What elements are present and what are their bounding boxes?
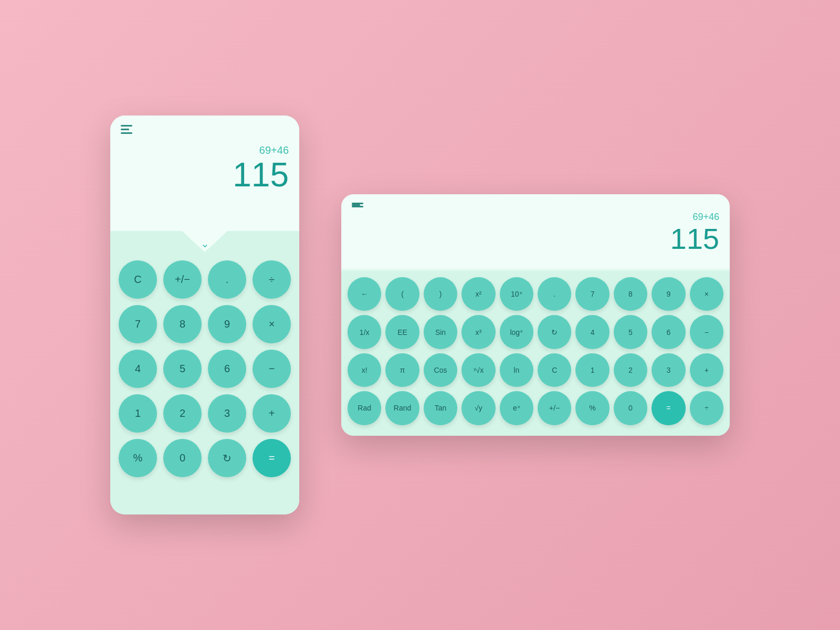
btn-plus-minus[interactable]: +/− — [163, 260, 202, 299]
landscape-btn-0[interactable]: 0 — [614, 391, 647, 425]
landscape-btn-percent[interactable]: % — [575, 391, 609, 425]
landscape-btn-xcubed[interactable]: x³ — [461, 315, 495, 349]
landscape-btn-xsq[interactable]: x² — [461, 277, 495, 311]
landscape-btn-sqrty[interactable]: √y — [461, 391, 495, 425]
landscape-display-area: 69+46 115 — [341, 194, 730, 268]
landscape-btn-8[interactable]: 8 — [614, 277, 647, 311]
chevron-down-icon: ⌄ — [201, 237, 209, 250]
landscape-btn-equals[interactable]: = — [652, 391, 685, 425]
landscape-wave-bg — [341, 268, 730, 272]
portrait-display-area: 69+46 115 — [110, 116, 299, 231]
btn-clear[interactable]: C — [119, 260, 157, 299]
btn-add[interactable]: + — [253, 394, 291, 433]
landscape-btn-subtract[interactable]: − — [690, 315, 723, 349]
portrait-result: 115 — [121, 156, 289, 193]
landscape-result: 115 — [352, 223, 719, 255]
landscape-btn-factorial[interactable]: x! — [348, 353, 381, 387]
landscape-btn-plusminus[interactable]: +/− — [538, 391, 571, 425]
landscape-btn-logx[interactable]: logˣ — [500, 315, 533, 349]
btn-8[interactable]: 8 — [163, 305, 202, 343]
btn-equals[interactable]: = — [253, 439, 291, 477]
landscape-btn-clear[interactable]: C — [538, 353, 571, 387]
landscape-btn-1[interactable]: 1 — [575, 353, 609, 387]
btn-dot[interactable]: . — [208, 260, 246, 299]
landscape-btn-rad[interactable]: Rad — [348, 391, 381, 425]
landscape-btn-multiply[interactable]: × — [690, 277, 723, 311]
btn-2[interactable]: 2 — [163, 394, 202, 433]
landscape-btn-2[interactable]: 2 — [614, 353, 647, 387]
landscape-btn-add[interactable]: + — [690, 353, 723, 387]
btn-0[interactable]: 0 — [163, 439, 202, 477]
landscape-btn-rparen[interactable]: ) — [424, 277, 457, 311]
btn-divide[interactable]: ÷ — [253, 260, 291, 299]
landscape-btn-cos[interactable]: Cos — [424, 353, 457, 387]
landscape-btn-back[interactable]: ← — [348, 277, 381, 311]
portrait-menu-icon[interactable] — [121, 125, 133, 134]
landscape-btn-rand[interactable]: Rand — [385, 391, 419, 425]
landscape-btn-refresh[interactable]: ↻ — [538, 315, 571, 349]
landscape-btn-10x[interactable]: 10ˣ — [500, 277, 533, 311]
btn-4[interactable]: 4 — [119, 350, 157, 388]
portrait-buttons-area: C +/− . ÷ 7 8 9 × 4 5 6 − 1 2 3 + % 0 ↻ … — [110, 252, 299, 514]
landscape-btn-9[interactable]: 9 — [652, 277, 685, 311]
btn-9[interactable]: 9 — [208, 305, 246, 343]
landscape-btn-lparen[interactable]: ( — [385, 277, 419, 311]
landscape-btn-3[interactable]: 3 — [652, 353, 685, 387]
landscape-btn-6[interactable]: 6 — [652, 315, 685, 349]
landscape-btn-divide[interactable]: ÷ — [690, 391, 723, 425]
landscape-btn-yroot[interactable]: ʸ√x — [461, 353, 495, 387]
landscape-menu-icon[interactable] — [352, 203, 719, 207]
portrait-expression: 69+46 — [121, 144, 289, 156]
btn-percent[interactable]: % — [119, 439, 157, 477]
landscape-btn-7[interactable]: 7 — [575, 277, 609, 311]
landscape-btn-ex[interactable]: eˣ — [500, 391, 533, 425]
btn-multiply[interactable]: × — [253, 305, 291, 343]
btn-7[interactable]: 7 — [119, 305, 157, 343]
btn-5[interactable]: 5 — [163, 350, 202, 388]
landscape-btn-ln[interactable]: ln — [500, 353, 533, 387]
landscape-btn-4[interactable]: 4 — [575, 315, 609, 349]
landscape-btn-ee[interactable]: EE — [385, 315, 419, 349]
landscape-buttons-area: ← ( ) x² 10ˣ . 7 8 9 × 1/x EE Sin x³ log… — [341, 272, 730, 436]
btn-subtract[interactable]: − — [253, 350, 291, 388]
btn-1[interactable]: 1 — [119, 394, 157, 433]
calculators-container: 69+46 115 ⌄ C +/− . ÷ 7 8 9 × 4 5 6 − 1 … — [110, 116, 730, 514]
btn-refresh[interactable]: ↻ — [208, 439, 246, 477]
portrait-calculator: 69+46 115 ⌄ C +/− . ÷ 7 8 9 × 4 5 6 − 1 … — [110, 116, 299, 514]
btn-6[interactable]: 6 — [208, 350, 246, 388]
landscape-btn-dot[interactable]: . — [538, 277, 571, 311]
landscape-btn-pi[interactable]: π — [385, 353, 419, 387]
portrait-wave-divider: ⌄ — [110, 231, 299, 252]
landscape-btn-5[interactable]: 5 — [614, 315, 647, 349]
landscape-btn-sin[interactable]: Sin — [424, 315, 457, 349]
landscape-btn-reciprocal[interactable]: 1/x — [348, 315, 381, 349]
landscape-calculator: 69+46 115 ← ( ) x² 10ˣ . 7 8 9 × 1/x EE … — [341, 194, 730, 436]
btn-3[interactable]: 3 — [208, 394, 246, 433]
landscape-expression: 69+46 — [352, 212, 719, 223]
landscape-btn-tan[interactable]: Tan — [424, 391, 457, 425]
